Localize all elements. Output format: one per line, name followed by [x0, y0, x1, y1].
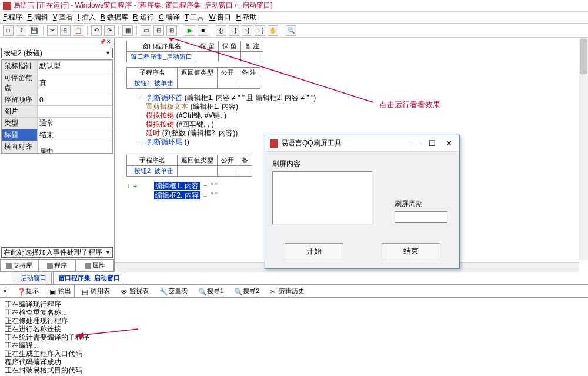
content-label: 刷屏内容 [272, 159, 300, 168]
menu-item[interactable]: F.程序 [3, 12, 22, 22]
start-button[interactable]: 开始 [285, 243, 343, 259]
bottom-tab[interactable]: ▣输出 [46, 285, 75, 297]
editor-tab[interactable]: _启动窗口 [12, 272, 52, 284]
step2-icon[interactable]: ↓} [229, 25, 239, 36]
menu-item[interactable]: E.编辑 [27, 12, 48, 22]
event-selector[interactable]: 在此处选择加入事件处理子程序 ▼ [1, 247, 113, 258]
maximize-icon[interactable]: ☐ [426, 139, 438, 148]
run-icon[interactable]: ▶ [185, 25, 195, 36]
properties-panel: 📌 ✕ 按钮2 (按钮) ▼ 鼠标指针默认型可停留焦点真停留顺序0图片类型通常标… [0, 38, 115, 272]
chevron-down-icon: ▼ [105, 249, 111, 255]
menu-item[interactable]: V.查看 [53, 12, 73, 22]
cut-icon[interactable]: ✂ [47, 25, 58, 36]
hand-icon[interactable]: ✋ [268, 25, 278, 36]
code-table-header3: 子程序名返回值类型公开备 _按钮2_被单击 [126, 155, 252, 177]
app-icon [3, 2, 11, 10]
dialog-titlebar[interactable]: 易语言QQ刷屏工具 — ☐ ✕ [265, 135, 459, 152]
tool-icon[interactable]: ▦ [122, 25, 133, 36]
menu-item[interactable]: I.插入 [78, 12, 96, 22]
left-tabs: 支持库程序属性 [0, 259, 114, 272]
titlebar: 易语言 [正在运行] - Windows窗口程序 - [程序集: 窗口程序集_启… [0, 0, 588, 12]
open-icon[interactable]: ⤴ [16, 25, 26, 36]
step3-icon[interactable]: ↑} [242, 25, 252, 36]
layout1-icon[interactable]: ▭ [141, 25, 151, 36]
annotation-text: 点击运行看看效果 [379, 99, 440, 110]
new-icon[interactable]: □ [3, 25, 14, 36]
code-table-header2: 子程序名返回值类型公开备 注 _按钮1_被单击 [126, 67, 260, 89]
bottom-tab[interactable]: 🔍搜寻2 [230, 285, 263, 297]
bottom-tab[interactable]: 🔧变量表 [156, 285, 191, 297]
period-label: 刷屏周期 [395, 199, 423, 208]
period-input[interactable] [395, 211, 447, 223]
menu-item[interactable]: R.运行 [133, 12, 154, 22]
menu-item[interactable]: H.帮助 [236, 12, 257, 22]
redo-icon[interactable]: ↷ [104, 25, 115, 36]
bottom-tab[interactable]: ❓提示 [14, 285, 42, 297]
find-icon[interactable]: 🔍 [286, 25, 296, 36]
step4-icon[interactable]: →} [255, 25, 265, 36]
title-text: 易语言 [正在运行] - Windows窗口程序 - [程序集: 窗口程序集_启… [14, 1, 273, 11]
stop-icon[interactable]: ■ [198, 25, 208, 36]
component-dropdown[interactable]: 按钮2 (按钮) ▼ [1, 48, 113, 58]
pin-icon[interactable]: 📌 [99, 39, 105, 45]
bottom-tabs: ✕ ❓提示▣输出▤调用表👁监视表🔧变量表🔍搜寻1🔍搜寻2✂剪辑历史 [0, 285, 588, 298]
dropdown-text: 按钮2 (按钮) [4, 48, 42, 58]
copy-icon[interactable]: ⎘ [60, 25, 71, 36]
left-tab[interactable]: 属性 [76, 259, 114, 272]
code-table-header1: 窗口程序集名保 留保 留备 注 窗口程序集_启动窗口 [126, 41, 263, 62]
chevron-down-icon: ▼ [105, 50, 111, 56]
menu-item[interactable]: B.数据库 [101, 12, 128, 22]
layout2-icon[interactable]: ⊟ [153, 25, 164, 36]
save-icon[interactable]: 💾 [29, 25, 39, 36]
app-dialog[interactable]: 易语言QQ刷屏工具 — ☐ ✕ 刷屏内容 刷屏周期 开始 结束 [265, 135, 460, 269]
app-icon [270, 139, 278, 148]
end-button[interactable]: 结束 [382, 243, 440, 259]
menubar: F.程序E.编辑V.查看I.插入B.数据库R.运行C.编译T.工具W.窗口H.帮… [0, 12, 588, 24]
paste-icon[interactable]: 📋 [73, 25, 83, 36]
left-tab[interactable]: 支持库 [0, 259, 38, 272]
output-text[interactable]: 正在编译现行程序正在检查重复名称...正在修处理现行程序正在进行名称连接正在统计… [0, 298, 588, 375]
close-icon[interactable]: ✕ [106, 39, 112, 45]
properties-table[interactable]: 鼠标指针默认型可停留焦点真停留顺序0图片类型通常标题结束横向对齐方式居中纵向对齐… [1, 59, 113, 154]
editor-tab[interactable]: 窗口程序集_启动窗口 [53, 272, 125, 284]
bottom-tab[interactable]: ✂剪辑历史 [266, 285, 308, 297]
step1-icon[interactable]: {} [216, 25, 226, 36]
menu-item[interactable]: T.工具 [185, 12, 204, 22]
minimize-icon[interactable]: — [410, 139, 422, 148]
bottom-tab[interactable]: 🔍搜寻1 [195, 285, 227, 297]
layout3-icon[interactable]: ⊞ [166, 25, 177, 36]
editor-tabs: _启动窗口窗口程序集_启动窗口 [0, 272, 588, 284]
output-panel: ✕ ❓提示▣输出▤调用表👁监视表🔧变量表🔍搜寻1🔍搜寻2✂剪辑历史 正在编译现行… [0, 284, 588, 375]
menu-item[interactable]: W.窗口 [209, 12, 231, 22]
dialog-title-text: 易语言QQ刷屏工具 [281, 138, 342, 148]
content-textarea[interactable] [272, 171, 372, 224]
left-tab[interactable]: 程序 [38, 259, 76, 272]
toolbar: □ ⤴ 💾 ✂ ⎘ 📋 ↶ ↷ ▦ ▭ ⊟ ⊞ ▶ ■ {} ↓} ↑} →} … [0, 24, 588, 38]
bottom-tab[interactable]: 👁监视表 [117, 285, 152, 297]
undo-icon[interactable]: ↶ [91, 25, 102, 36]
close-icon[interactable]: ✕ [3, 288, 8, 294]
close-icon[interactable]: ✕ [443, 139, 455, 148]
bottom-tab[interactable]: ▤调用表 [78, 285, 113, 297]
scrollbar-vertical[interactable] [579, 38, 588, 260]
menu-item[interactable]: C.编译 [159, 12, 180, 22]
